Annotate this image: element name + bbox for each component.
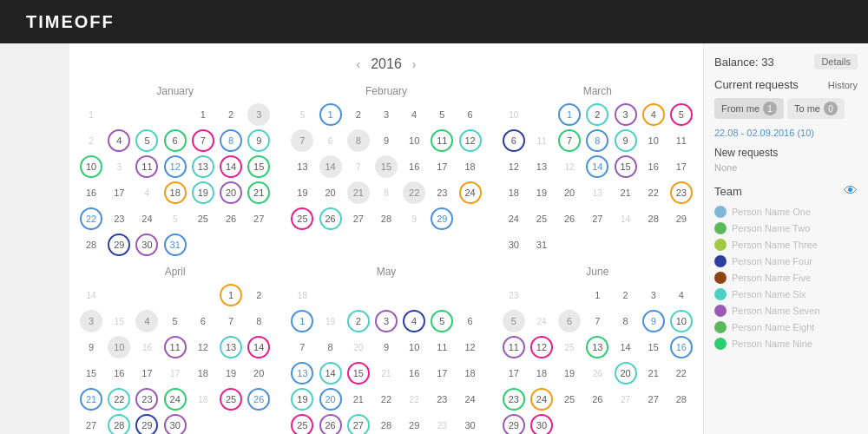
cal-day[interactable]: 21 — [642, 362, 665, 385]
cal-day[interactable]: 25 — [220, 388, 242, 411]
cal-day[interactable]: 18 — [459, 155, 482, 178]
prev-year-arrow[interactable]: ‹ — [357, 57, 361, 71]
cal-day[interactable]: 14 — [615, 336, 637, 358]
cal-day[interactable]: 26 — [319, 414, 342, 434]
cal-day[interactable]: 27 — [642, 388, 665, 411]
cal-day[interactable]: 9 — [247, 129, 270, 152]
eye-icon[interactable]: 👁 — [844, 183, 858, 199]
cal-day[interactable]: 10 — [108, 336, 130, 358]
cal-day[interactable]: 23 — [503, 388, 525, 411]
details-button[interactable]: Details — [814, 54, 858, 69]
cal-day[interactable]: 15 — [615, 155, 637, 178]
cal-day[interactable]: 6 — [459, 310, 482, 332]
cal-day[interactable]: 5 — [431, 103, 453, 126]
cal-day[interactable]: 15 — [375, 155, 398, 178]
team-member[interactable]: Person Name One — [714, 206, 858, 218]
cal-day[interactable]: 5 — [431, 310, 453, 332]
cal-day[interactable]: 1 — [586, 284, 608, 306]
cal-day[interactable]: 19 — [291, 181, 313, 204]
cal-day[interactable]: 30 — [459, 414, 482, 434]
cal-day[interactable]: 28 — [375, 414, 398, 434]
cal-day[interactable]: 31 — [530, 233, 553, 256]
cal-day[interactable]: 27 — [347, 207, 370, 230]
cal-day[interactable]: 21 — [347, 181, 370, 204]
cal-day[interactable]: 2 — [586, 103, 608, 126]
cal-day[interactable]: 11 — [135, 155, 158, 178]
cal-day[interactable]: 11 — [670, 129, 693, 152]
cal-day[interactable]: 17 — [135, 362, 158, 385]
cal-day[interactable]: 28 — [375, 207, 398, 230]
cal-day[interactable]: 18 — [164, 181, 187, 204]
cal-day[interactable]: 1 — [291, 310, 313, 332]
cal-day[interactable]: 3 — [642, 284, 665, 306]
cal-day[interactable]: 29 — [431, 207, 453, 230]
cal-day[interactable]: 19 — [530, 181, 553, 204]
cal-day[interactable]: 23 — [670, 181, 693, 204]
cal-day[interactable]: 19 — [558, 362, 581, 385]
cal-day[interactable]: 24 — [164, 388, 187, 411]
cal-day[interactable]: 28 — [670, 388, 693, 411]
cal-day[interactable]: 12 — [459, 129, 482, 152]
team-member[interactable]: Person Name Seven — [714, 305, 858, 317]
cal-day[interactable]: 25 — [558, 388, 581, 411]
cal-day[interactable]: 23 — [431, 388, 453, 411]
cal-day[interactable]: 18 — [503, 181, 525, 204]
cal-day[interactable]: 6 — [558, 310, 581, 332]
cal-day[interactable]: 29 — [670, 207, 693, 230]
cal-day[interactable]: 2 — [220, 103, 242, 126]
cal-day[interactable]: 6 — [164, 129, 187, 152]
cal-day[interactable]: 29 — [403, 414, 425, 434]
cal-day[interactable]: 8 — [220, 129, 242, 152]
cal-day[interactable]: 14 — [247, 336, 270, 358]
cal-day[interactable]: 26 — [247, 388, 270, 411]
cal-day[interactable]: 20 — [558, 181, 581, 204]
cal-day[interactable]: 26 — [558, 207, 581, 230]
cal-day[interactable]: 15 — [80, 362, 102, 385]
cal-day[interactable]: 17 — [431, 362, 453, 385]
cal-day[interactable]: 22 — [108, 388, 130, 411]
cal-day[interactable]: 24 — [459, 181, 482, 204]
cal-day[interactable]: 13 — [291, 155, 313, 178]
cal-day[interactable]: 27 — [80, 414, 102, 434]
cal-day[interactable]: 28 — [642, 207, 665, 230]
cal-day[interactable]: 21 — [80, 388, 102, 411]
cal-day[interactable]: 12 — [459, 336, 482, 358]
cal-day[interactable]: 4 — [670, 284, 693, 306]
cal-day[interactable]: 29 — [503, 414, 525, 434]
cal-day[interactable]: 24 — [530, 388, 553, 411]
cal-day[interactable]: 17 — [503, 362, 525, 385]
cal-day[interactable]: 1 — [319, 103, 342, 126]
cal-day[interactable]: 20 — [319, 181, 342, 204]
cal-day[interactable]: 6 — [459, 103, 482, 126]
cal-day[interactable]: 7 — [220, 310, 242, 332]
cal-day[interactable]: 4 — [135, 310, 158, 332]
cal-day[interactable]: 2 — [615, 284, 637, 306]
cal-day[interactable]: 10 — [80, 155, 102, 178]
cal-day[interactable]: 24 — [503, 207, 525, 230]
cal-day[interactable]: 23 — [108, 207, 130, 230]
cal-day[interactable]: 18 — [530, 362, 553, 385]
cal-day[interactable]: 22 — [403, 181, 425, 204]
cal-day[interactable]: 20 — [319, 388, 342, 411]
cal-day[interactable]: 11 — [503, 336, 525, 358]
cal-day[interactable]: 9 — [375, 336, 398, 358]
cal-day[interactable]: 17 — [108, 181, 130, 204]
cal-day[interactable]: 26 — [319, 207, 342, 230]
cal-day[interactable]: 18 — [192, 362, 214, 385]
cal-day[interactable]: 26 — [586, 388, 608, 411]
date-range-link[interactable]: 22.08 - 02.09.2016 (10) — [714, 128, 858, 138]
cal-day[interactable]: 22 — [670, 362, 693, 385]
cal-day[interactable]: 18 — [459, 362, 482, 385]
cal-day[interactable]: 19 — [220, 362, 242, 385]
cal-day[interactable]: 2 — [347, 310, 370, 332]
cal-day[interactable]: 11 — [164, 336, 187, 358]
cal-day[interactable]: 7 — [586, 310, 608, 332]
cal-day[interactable]: 10 — [403, 129, 425, 152]
cal-day[interactable]: 12 — [164, 155, 187, 178]
cal-day[interactable]: 27 — [247, 207, 270, 230]
cal-day[interactable]: 13 — [586, 336, 608, 358]
cal-day[interactable]: 7 — [291, 336, 313, 358]
cal-day[interactable]: 5 — [670, 103, 693, 126]
cal-day[interactable]: 30 — [503, 233, 525, 256]
cal-day[interactable]: 25 — [530, 207, 553, 230]
